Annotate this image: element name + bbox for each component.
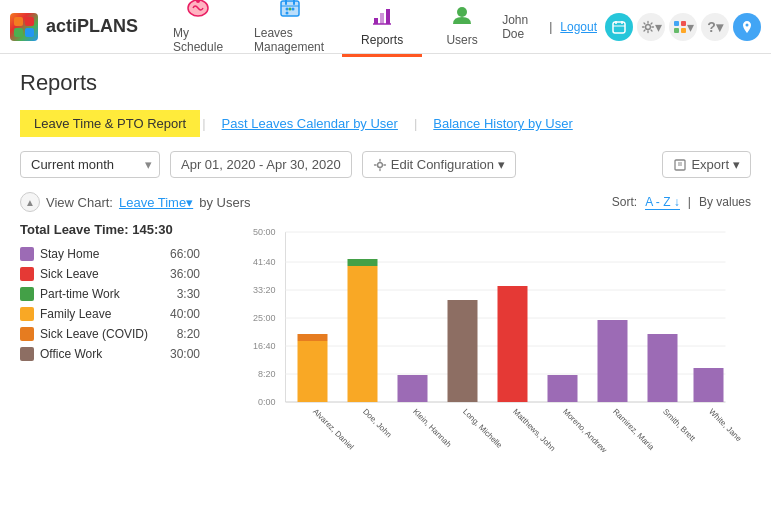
family-leave-color xyxy=(20,307,34,321)
svg-rect-27 xyxy=(681,28,686,33)
bar-doe-family xyxy=(348,266,378,402)
export-button[interactable]: Export ▾ xyxy=(662,151,751,178)
svg-point-11 xyxy=(289,7,292,10)
users-label: Users xyxy=(446,33,477,47)
label-white: White, Jane xyxy=(707,407,744,444)
chart-type-link[interactable]: Leave Time▾ xyxy=(119,195,193,210)
reports-label: Reports xyxy=(361,33,403,47)
svg-rect-24 xyxy=(674,21,679,26)
bar-long-office xyxy=(448,300,478,402)
logo-icon xyxy=(10,13,38,41)
logout-link[interactable]: Logout xyxy=(560,20,597,34)
page-content: Reports Leave Time & PTO Report | Past L… xyxy=(0,54,771,471)
svg-rect-0 xyxy=(14,17,23,26)
period-select-wrap: Current month Last month Custom range ▾ xyxy=(20,151,160,178)
main-nav: My Schedule Leaves Management xyxy=(158,0,502,57)
schedule-icon xyxy=(186,0,210,24)
gear-icon xyxy=(373,158,387,172)
office-work-color xyxy=(20,347,34,361)
export-arrow: ▾ xyxy=(733,157,740,172)
bar-klein-stayhome xyxy=(398,375,428,402)
tab-sep-2: | xyxy=(414,116,417,131)
legend-item-sick-leave: Sick Leave 36:00 xyxy=(20,267,200,281)
sick-leave-color xyxy=(20,267,34,281)
nav-item-reports[interactable]: Reports xyxy=(342,0,422,57)
part-time-color xyxy=(20,287,34,301)
office-work-name: Office Work xyxy=(40,347,159,361)
help-tool-btn[interactable]: ?▾ xyxy=(701,13,729,41)
reports-icon xyxy=(370,4,394,31)
edit-config-label: Edit Configuration xyxy=(391,157,494,172)
page-title: Reports xyxy=(20,70,751,96)
legend-item-sick-covid: Sick Leave (COVID) 8:20 xyxy=(20,327,200,341)
svg-rect-15 xyxy=(380,13,384,24)
svg-point-23 xyxy=(645,24,650,29)
sick-covid-name: Sick Leave (COVID) xyxy=(40,327,159,341)
chart-type-arrow: ▾ xyxy=(186,195,193,210)
sort-sep: | xyxy=(688,195,691,209)
bar-chart: 0:00 8:20 16:40 25:00 33:20 41:40 50:00 xyxy=(220,222,751,452)
svg-point-29 xyxy=(377,162,382,167)
legend-title: Total Leave Time: 145:30 xyxy=(20,222,200,237)
sort-row: Sort: A - Z ↓ | By values xyxy=(612,195,751,210)
bar-matthews-sick xyxy=(498,286,528,402)
location-tool-btn[interactable] xyxy=(733,13,761,41)
stay-home-color xyxy=(20,247,34,261)
export-label: Export xyxy=(691,157,729,172)
date-range: Apr 01, 2020 - Apr 30, 2020 xyxy=(170,151,352,178)
tab-leave-pto[interactable]: Leave Time & PTO Report xyxy=(20,110,200,137)
bar-doe-part xyxy=(348,259,378,266)
header: actiPLANS My Schedule xyxy=(0,0,771,54)
separator: | xyxy=(549,20,552,34)
total-label: Total Leave Time: xyxy=(20,222,129,237)
svg-point-12 xyxy=(292,7,295,10)
users-icon xyxy=(448,4,476,31)
filter-row: Current month Last month Custom range ▾ … xyxy=(20,151,751,178)
bar-moreno-stayhome xyxy=(548,375,578,402)
collapse-button[interactable]: ▲ xyxy=(20,192,40,212)
period-select[interactable]: Current month Last month Custom range xyxy=(20,151,160,178)
chart-title-row: ▲ View Chart: Leave Time▾ by Users xyxy=(20,192,250,212)
chart-type-label: Leave Time xyxy=(119,195,186,210)
sort-values-button[interactable]: By values xyxy=(699,195,751,209)
stay-home-name: Stay Home xyxy=(40,247,159,261)
sick-leave-value: 36:00 xyxy=(165,267,200,281)
legend-item-part-time: Part-time Work 3:30 xyxy=(20,287,200,301)
part-time-value: 3:30 xyxy=(165,287,200,301)
bar-alvarez-family xyxy=(298,341,328,402)
nav-item-schedule[interactable]: My Schedule xyxy=(158,0,238,57)
svg-rect-2 xyxy=(14,28,23,37)
edit-config-arrow: ▾ xyxy=(498,157,505,172)
calendar-tool-btn[interactable] xyxy=(605,13,633,41)
svg-point-18 xyxy=(457,7,467,17)
svg-rect-19 xyxy=(613,22,625,33)
sort-az-button[interactable]: A - Z ↓ xyxy=(645,195,680,210)
svg-point-28 xyxy=(746,23,749,26)
header-tools: ▾ ▾ ?▾ xyxy=(605,13,761,41)
puzzle-tool-btn[interactable]: ▾ xyxy=(669,13,697,41)
family-leave-name: Family Leave xyxy=(40,307,159,321)
part-time-name: Part-time Work xyxy=(40,287,159,301)
sick-covid-value: 8:20 xyxy=(165,327,200,341)
tab-balance-history[interactable]: Balance History by User xyxy=(419,110,586,137)
logo: actiPLANS xyxy=(10,13,138,41)
legend-item-family-leave: Family Leave 40:00 xyxy=(20,307,200,321)
label-matthews: Matthews, John xyxy=(511,407,557,452)
svg-point-13 xyxy=(286,11,289,14)
export-icon xyxy=(673,158,687,172)
report-tabs: Leave Time & PTO Report | Past Leaves Ca… xyxy=(20,110,751,137)
legend-item-office-work: Office Work 30:00 xyxy=(20,347,200,361)
gear-tool-btn[interactable]: ▾ xyxy=(637,13,665,41)
edit-config-button[interactable]: Edit Configuration ▾ xyxy=(362,151,516,178)
label-doe: Doe, John xyxy=(361,407,393,439)
tab-past-leaves[interactable]: Past Leaves Calendar by User xyxy=(208,110,412,137)
family-leave-value: 40:00 xyxy=(165,307,200,321)
bar-white-stayhome xyxy=(694,368,724,402)
label-alvarez: Alvarez, Daniel xyxy=(311,407,356,452)
nav-item-users[interactable]: Users xyxy=(422,0,502,57)
schedule-label: My Schedule xyxy=(173,26,223,54)
nav-item-leaves[interactable]: Leaves Management xyxy=(238,0,342,57)
label-klein: Klein, Hannah xyxy=(411,407,453,449)
svg-rect-1 xyxy=(25,17,34,26)
svg-rect-14 xyxy=(374,18,378,24)
